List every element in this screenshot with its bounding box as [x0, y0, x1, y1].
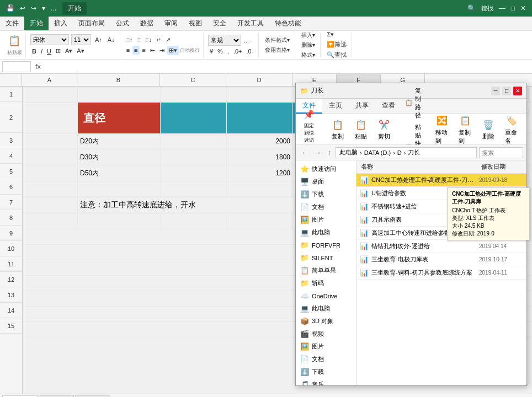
bold-button[interactable]: B	[30, 47, 38, 56]
fe-minimize-btn[interactable]: ─	[491, 87, 500, 95]
close-icon[interactable]: ✕	[519, 3, 528, 13]
fe-delete-btn[interactable]: 🗑️ 删除	[478, 116, 498, 142]
find-btn[interactable]: 🔍查找	[325, 50, 348, 60]
tab-security[interactable]: 安全	[208, 17, 232, 30]
align-mid-btn[interactable]: ≡	[136, 35, 142, 44]
format-btn[interactable]: 格式▾	[300, 50, 317, 60]
cell-a7[interactable]	[23, 197, 78, 213]
tab-data[interactable]: 数据	[135, 17, 159, 30]
sidebar-video[interactable]: 🎬 视频	[296, 328, 356, 340]
align-bottom-btn[interactable]: ≡↓	[143, 35, 153, 44]
cell-b2-diameter[interactable]: 直径	[78, 103, 161, 133]
tab-formula[interactable]: 公式	[110, 17, 135, 30]
cell-d1[interactable]	[227, 87, 293, 102]
underline-button[interactable]: U	[45, 47, 53, 56]
tab-review[interactable]: 审阅	[159, 17, 183, 30]
redo-icon[interactable]: ↪	[29, 3, 38, 13]
fe-back-btn[interactable]: ←	[299, 148, 310, 158]
cell-c1[interactable]	[161, 87, 227, 102]
paste-button[interactable]: 📋	[7, 34, 22, 48]
decimal-sub-btn[interactable]: .0-	[245, 47, 256, 56]
right-align-btn[interactable]: ≡	[141, 46, 147, 55]
fe-tab-share[interactable]: 共享	[349, 99, 375, 114]
font-down-icon[interactable]: A↓	[106, 35, 116, 44]
cell-c6[interactable]	[161, 181, 227, 197]
start-button[interactable]: 开始	[62, 2, 87, 15]
align-top-btn[interactable]: ≡↑	[125, 35, 135, 44]
tab-dev[interactable]: 开发工具	[232, 17, 269, 30]
indent-less-btn[interactable]: ⇤	[148, 46, 157, 55]
cell-b7-note[interactable]: 注意：加工中高转速底进给，开水	[78, 197, 326, 213]
cell-a3[interactable]	[23, 133, 78, 149]
sidebar-this-pc[interactable]: 💻 此电脑	[296, 226, 356, 239]
sidebar-simple[interactable]: 📋 简单单果	[296, 264, 356, 277]
cell-b8[interactable]	[78, 213, 161, 229]
fe-restore-btn[interactable]: □	[502, 87, 511, 95]
sidebar-pics2[interactable]: 🖼️ 图片	[296, 340, 356, 353]
sidebar-forfvfr[interactable]: 📁 FORFVFR	[296, 239, 356, 251]
sidebar-docs2[interactable]: 📄 文档	[296, 353, 356, 366]
fe-copyto-btn[interactable]: 📋 复制到	[455, 112, 475, 147]
cell-b6[interactable]	[78, 181, 161, 197]
fill-color-button[interactable]: A▾	[63, 46, 74, 56]
fe-cut-btn[interactable]: ✂️ 剪切	[374, 116, 394, 142]
fe-file-row-6[interactable]: 📊 钻钻孔转|攻分-逐进给 2019 04 14	[357, 240, 526, 253]
cell-d2[interactable]	[227, 103, 293, 133]
thousand-btn[interactable]: ,	[226, 47, 231, 56]
font-up-icon[interactable]: A↑	[93, 35, 104, 44]
table-format-btn[interactable]: 套用表格▾	[263, 45, 291, 55]
fe-file-row-1[interactable]: 📊 CNC加工热处理工件-高硬度工件-刀具库 2019-09-18	[357, 174, 526, 187]
wrap-btn[interactable]: ↵	[155, 35, 163, 45]
fe-search-input[interactable]	[479, 147, 523, 158]
sidebar-desktop[interactable]: 🖥️ 桌面	[296, 175, 356, 188]
fe-copy-btn[interactable]: 📋 复制	[328, 116, 348, 142]
fe-rename-btn[interactable]: 🏷️ 重命名	[502, 112, 522, 147]
fe-tab-home[interactable]: 主页	[322, 99, 349, 114]
cell-c3[interactable]	[161, 133, 227, 149]
tab-insert[interactable]: 插入	[49, 17, 73, 30]
rotate-btn[interactable]: ↗	[164, 35, 172, 45]
col-header-b[interactable]: B	[77, 74, 160, 86]
fe-forward-btn[interactable]: →	[312, 148, 323, 158]
decimal-add-btn[interactable]: .0+	[232, 47, 244, 56]
cond-format-btn[interactable]: 条件格式▾	[263, 35, 291, 45]
fe-move-btn[interactable]: 🔀 移动到	[432, 112, 452, 147]
sheet-tab-3[interactable]: Sheet3	[75, 395, 110, 398]
sidebar-dl2[interactable]: ⬇️ 下载	[296, 366, 356, 378]
fe-file-row-4[interactable]: 📊 刀具示例表	[357, 213, 526, 227]
sidebar-onedrive[interactable]: ☁️ OneDrive	[296, 289, 356, 302]
tab-layout[interactable]: 页面布局	[73, 17, 110, 30]
sidebar-quick-access[interactable]: ⭐ 快速访问	[296, 163, 356, 175]
formula-input[interactable]: 130	[45, 63, 530, 71]
font-color-button[interactable]: A▾	[75, 46, 86, 56]
number-format-selector[interactable]: 常规	[208, 35, 241, 46]
search-icon[interactable]: 🔍	[466, 3, 477, 13]
center-align-btn[interactable]: ≡	[132, 46, 139, 55]
fe-file-row-7[interactable]: 📊 三坐教育-电极刀库表 2019-10-17	[357, 253, 526, 266]
cell-b3[interactable]: D20内	[78, 133, 161, 149]
tab-home[interactable]: 开始	[24, 17, 49, 30]
cell-d4[interactable]: 1800	[227, 149, 293, 165]
cell-d6[interactable]	[227, 181, 293, 197]
cell-a2[interactable]	[23, 103, 78, 133]
cell-c5[interactable]	[161, 165, 227, 181]
undo-icon[interactable]: ↩	[18, 3, 27, 13]
cell-d8[interactable]	[227, 213, 293, 229]
fe-breadcrumb[interactable]: 此电脑 › DATA (D:) › D › 刀长	[336, 147, 477, 158]
sidebar-3d[interactable]: 📦 3D 对象	[296, 315, 356, 328]
cell-d3[interactable]: 2000	[227, 133, 293, 149]
fe-file-row-5[interactable]: 📊 高速加工中心转速和进给参数数表	[357, 227, 526, 240]
tab-feature[interactable]: 特色功能	[269, 17, 307, 30]
font-selector[interactable]: 宋体	[30, 34, 69, 45]
cell-d5[interactable]: 1200	[227, 165, 293, 181]
sidebar-music[interactable]: 🎵 音乐	[296, 378, 356, 385]
insert-btn[interactable]: 插入▾	[300, 30, 317, 40]
cell-c2[interactable]	[161, 103, 227, 133]
indent-more-btn[interactable]: ⇥	[158, 46, 166, 55]
currency-btn[interactable]: ¥	[208, 47, 215, 56]
sidebar-documents[interactable]: 📄 文档	[296, 201, 356, 213]
tab-file[interactable]: 文件	[0, 17, 24, 30]
cell-a4[interactable]	[23, 149, 78, 165]
fe-file-row-3[interactable]: 📊 不锈钢转速+进给	[357, 200, 526, 213]
filter-btn[interactable]: 🔽筛选	[325, 39, 348, 50]
